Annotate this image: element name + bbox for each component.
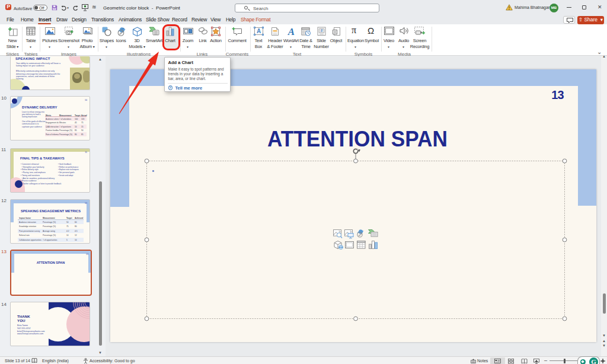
- svg-text:#: #: [321, 28, 323, 33]
- svg-text:A: A: [287, 27, 295, 36]
- svg-text:A: A: [257, 28, 261, 34]
